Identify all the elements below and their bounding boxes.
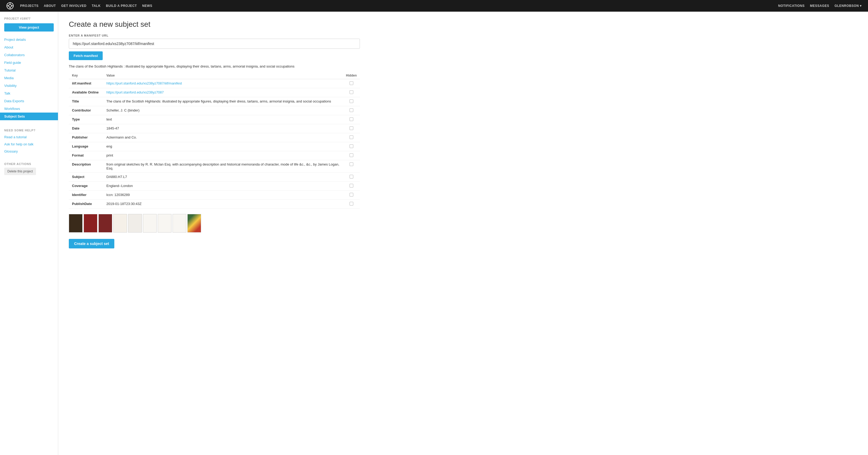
table-row: Languageeng	[69, 142, 360, 151]
svg-point-1	[9, 4, 12, 7]
sidebar-item-about[interactable]: About	[0, 44, 58, 51]
table-cell-key: Publisher	[69, 133, 103, 142]
table-cell-link[interactable]: https://purl.stanford.edu/xs238yz7087	[106, 90, 164, 94]
hidden-checkbox[interactable]	[349, 144, 353, 148]
table-row: Available Onlinehttps://purl.stanford.ed…	[69, 88, 360, 97]
table-cell-value: print	[103, 151, 343, 160]
table-cell-key: Format	[69, 151, 103, 160]
nav-messages[interactable]: MESSAGES	[810, 4, 829, 8]
col-hidden: Hidden	[343, 72, 360, 79]
table-cell-hidden[interactable]	[343, 191, 360, 200]
table-cell-hidden[interactable]	[343, 182, 360, 191]
main-layout: PROJECT #18977 View project Project deta…	[0, 12, 868, 455]
table-cell-key: Identifier	[69, 191, 103, 200]
delete-project-button[interactable]: Delete this project	[4, 168, 36, 175]
strip-image-4	[113, 214, 127, 232]
nav-user[interactable]: GLENROBSON ▾	[834, 4, 862, 8]
nav-projects[interactable]: PROJECTS	[20, 4, 38, 8]
create-subject-set-button[interactable]: Create a subject set	[69, 239, 114, 249]
nav-news[interactable]: NEWS	[142, 4, 152, 8]
fetch-manifest-button[interactable]: Fetch manifest	[69, 51, 103, 60]
hidden-checkbox[interactable]	[349, 99, 353, 103]
table-cell-key: Contributor	[69, 106, 103, 115]
table-cell-value: 2019-01-18T23:30:43Z	[103, 200, 343, 209]
table-cell-value[interactable]: https://purl.stanford.edu/xs238yz7087/ii…	[103, 79, 343, 88]
main-content: Create a new subject set ENTER A MANIFES…	[58, 12, 868, 455]
table-row: SubjectDA880.H7.L7	[69, 173, 360, 182]
table-row: iiif:manifesthttps://purl.stanford.edu/x…	[69, 79, 360, 88]
hidden-checkbox[interactable]	[349, 126, 353, 130]
nav-left: PROJECTS ABOUT GET INVOLVED TALK BUILD A…	[6, 2, 152, 9]
strip-image-7	[158, 214, 172, 232]
nav-talk[interactable]: TALK	[92, 4, 101, 8]
sidebar-item-collaborators[interactable]: Collaborators	[0, 51, 58, 59]
hidden-checkbox[interactable]	[349, 90, 353, 94]
input-label: ENTER A MANIFEST URL	[69, 34, 858, 37]
strip-image-8	[173, 214, 186, 232]
nav-build[interactable]: BUILD A PROJECT	[106, 4, 137, 8]
hidden-checkbox[interactable]	[349, 184, 353, 188]
sidebar-item-subject-sets[interactable]: Subject Sets	[0, 113, 58, 120]
hidden-checkbox[interactable]	[349, 108, 353, 112]
table-cell-hidden[interactable]	[343, 97, 360, 106]
table-cell-hidden[interactable]	[343, 160, 360, 173]
hidden-checkbox[interactable]	[349, 193, 353, 197]
sidebar-read-tutorial[interactable]: Read a tutorial	[0, 134, 58, 141]
hidden-checkbox[interactable]	[349, 81, 353, 85]
sidebar-item-workflows[interactable]: Workflows	[0, 105, 58, 113]
manifest-url-input[interactable]	[69, 39, 360, 49]
top-nav: PROJECTS ABOUT GET INVOLVED TALK BUILD A…	[0, 0, 868, 12]
table-row: Descriptionfrom original sketches by R. …	[69, 160, 360, 173]
strip-image-2	[84, 214, 97, 232]
hidden-checkbox[interactable]	[349, 117, 353, 121]
nav-notifications[interactable]: NOTIFICATIONS	[778, 4, 805, 8]
table-cell-hidden[interactable]	[343, 173, 360, 182]
sidebar-item-visibility[interactable]: Visibility	[0, 82, 58, 89]
table-cell-value: lccn: 12036289	[103, 191, 343, 200]
table-cell-value: Scheller, J. C (binder)	[103, 106, 343, 115]
table-cell-hidden[interactable]	[343, 151, 360, 160]
table-cell-hidden[interactable]	[343, 124, 360, 133]
manifest-title: The clans of the Scottish Highlands : il…	[69, 64, 360, 68]
table-cell-hidden[interactable]	[343, 142, 360, 151]
table-cell-key: Description	[69, 160, 103, 173]
zoo-logo-icon	[6, 2, 14, 9]
table-cell-hidden[interactable]	[343, 79, 360, 88]
sidebar-item-project-details[interactable]: Project details	[0, 36, 58, 44]
sidebar-item-tutorial[interactable]: Tutorial	[0, 66, 58, 74]
sidebar-ask-help[interactable]: Ask for help on talk	[0, 141, 58, 148]
table-cell-link[interactable]: https://purl.stanford.edu/xs238yz7087/ii…	[106, 81, 182, 85]
hidden-checkbox[interactable]	[349, 162, 353, 166]
table-row: Formatprint	[69, 151, 360, 160]
view-project-button[interactable]: View project	[4, 23, 54, 31]
table-cell-hidden[interactable]	[343, 106, 360, 115]
table-cell-hidden[interactable]	[343, 88, 360, 97]
table-cell-key: Title	[69, 97, 103, 106]
table-cell-value: The clans of the Scottish Highlands: ill…	[103, 97, 343, 106]
sidebar-item-data-exports[interactable]: Data Exports	[0, 97, 58, 105]
nav-right: NOTIFICATIONS MESSAGES GLENROBSON ▾	[778, 4, 862, 8]
hidden-checkbox[interactable]	[349, 175, 353, 178]
table-row: Date1845-47	[69, 124, 360, 133]
sidebar-item-field-guide[interactable]: Field guide	[0, 59, 58, 66]
table-cell-hidden[interactable]	[343, 115, 360, 124]
sidebar-item-media[interactable]: Media	[0, 74, 58, 82]
sidebar-item-talk[interactable]: Talk	[0, 89, 58, 97]
table-cell-key: Language	[69, 142, 103, 151]
nav-get-involved[interactable]: GET INVOLVED	[61, 4, 87, 8]
strip-image-5	[128, 214, 142, 232]
hidden-checkbox[interactable]	[349, 135, 353, 139]
table-cell-hidden[interactable]	[343, 200, 360, 209]
strip-image-9	[187, 214, 201, 232]
nav-about[interactable]: ABOUT	[44, 4, 56, 8]
sidebar-glossary[interactable]: Glossary	[0, 148, 58, 155]
table-cell-hidden[interactable]	[343, 133, 360, 142]
hidden-checkbox[interactable]	[349, 202, 353, 205]
table-cell-key: PublishDate	[69, 200, 103, 209]
table-cell-value: eng	[103, 142, 343, 151]
hidden-checkbox[interactable]	[349, 153, 353, 157]
col-key: Key	[69, 72, 103, 79]
table-cell-value[interactable]: https://purl.stanford.edu/xs238yz7087	[103, 88, 343, 97]
project-id: PROJECT #18977	[0, 17, 58, 23]
table-cell-key: Type	[69, 115, 103, 124]
